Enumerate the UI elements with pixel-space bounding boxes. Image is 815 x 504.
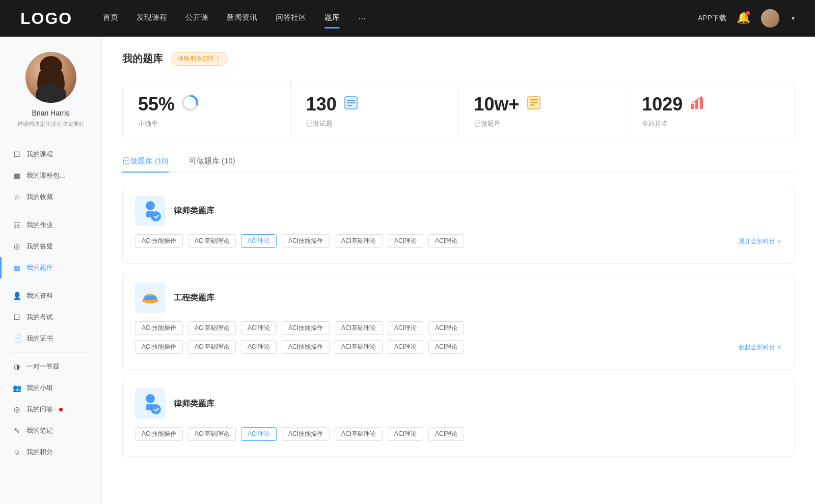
- tag-lawyer-2-2[interactable]: ACI理论: [241, 427, 277, 441]
- tag-eng-r1-4[interactable]: ACI基础理论: [335, 321, 383, 335]
- stat-accuracy-icon: [181, 94, 199, 115]
- tag-eng-r1-1[interactable]: ACI基础理论: [188, 321, 236, 335]
- tag-lawyer-2-4[interactable]: ACI基础理论: [335, 427, 383, 441]
- tag-lawyer-2-5[interactable]: ACI理论: [388, 427, 423, 441]
- bank-icon: [526, 95, 542, 111]
- sidebar-item-qbank[interactable]: ▦ 我的题库: [0, 257, 101, 278]
- nav-links: 首页 发现课程 公开课 新闻资讯 问答社区 题库 ···: [103, 13, 698, 24]
- tag-eng-r1-5[interactable]: ACI理论: [388, 321, 423, 335]
- lawyer-icon: [138, 199, 162, 223]
- svg-rect-23: [142, 300, 158, 302]
- qbank-engineer-icon-wrap: [135, 283, 166, 313]
- sidebar-item-group[interactable]: 👥 我的小组: [0, 377, 101, 399]
- lawyer-2-icon: [138, 391, 162, 416]
- sidebar-label-1on1: 一对一答疑: [26, 362, 60, 371]
- sidebar-item-1on1[interactable]: ◑ 一对一答疑: [0, 356, 101, 377]
- tag-eng-r1-0[interactable]: ACI技能操作: [135, 321, 183, 335]
- nav-discover[interactable]: 发现课程: [137, 13, 167, 24]
- sidebar-item-my-qa[interactable]: ◎ 我的问答: [0, 399, 101, 420]
- stat-done-banks-value: 10w+: [474, 94, 520, 115]
- tag-eng-r2-6[interactable]: ACI理论: [428, 340, 464, 354]
- avatar-inner: [25, 52, 76, 103]
- nav-news[interactable]: 新闻资讯: [227, 13, 257, 24]
- app-download-link[interactable]: APP下载: [698, 14, 726, 23]
- sidebar-username: Brian Harris: [10, 109, 91, 117]
- stat-accuracy-label: 正确率: [138, 119, 275, 128]
- svg-point-27: [151, 404, 161, 414]
- sidebar-profile: Brian Harris 错误的决定比没有决定要好: [0, 52, 101, 138]
- stat-rank-top: 1029: [642, 94, 779, 115]
- tag-lawyer-1-5[interactable]: ACI理论: [388, 234, 423, 248]
- tag-lawyer-1-0[interactable]: ACI技能操作: [135, 234, 183, 248]
- tag-lawyer-2-0[interactable]: ACI技能操作: [135, 427, 183, 441]
- top-navigation: LOGO 首页 发现课程 公开课 新闻资讯 问答社区 题库 ··· APP下载 …: [0, 0, 815, 37]
- tab-done-banks[interactable]: 已做题库 (10): [122, 156, 169, 172]
- notification-bell[interactable]: 🔔: [737, 11, 751, 25]
- nav-home[interactable]: 首页: [103, 13, 118, 24]
- tag-eng-r2-1[interactable]: ACI基础理论: [188, 340, 236, 354]
- stat-done-questions-icon: [343, 95, 359, 114]
- svg-point-21: [151, 211, 161, 221]
- tag-lawyer-1-3[interactable]: ACI技能操作: [282, 234, 330, 248]
- my-qa-icon: ◎: [12, 405, 21, 413]
- tag-lawyer-2-6[interactable]: ACI理论: [428, 427, 464, 441]
- sidebar-item-favorites[interactable]: ☆ 我的收藏: [0, 186, 101, 208]
- sidebar-item-profile[interactable]: 👤 我的资料: [0, 285, 101, 306]
- tag-lawyer-1-1[interactable]: ACI基础理论: [188, 234, 236, 248]
- tag-eng-r2-4[interactable]: ACI基础理论: [335, 340, 383, 354]
- stat-done-banks-top: 10w+: [474, 94, 611, 115]
- sidebar-item-points[interactable]: ☺ 我的积分: [0, 441, 101, 463]
- stat-done-questions-label: 已做试题: [306, 119, 443, 128]
- tag-lawyer-1-4[interactable]: ACI基础理论: [335, 234, 383, 248]
- sidebar-item-homework[interactable]: ☷ 我的作业: [0, 214, 101, 236]
- svg-point-25: [146, 394, 155, 403]
- profile-icon: 👤: [12, 292, 21, 300]
- favorites-icon: ☆: [12, 193, 21, 201]
- sidebar-item-notes[interactable]: ✎ 我的笔记: [0, 420, 101, 441]
- stat-done-banks-label: 已做题库: [474, 119, 611, 128]
- tag-eng-r1-6[interactable]: ACI理论: [428, 321, 464, 335]
- user-avatar[interactable]: [761, 9, 779, 27]
- divider-2: [10, 282, 91, 282]
- stat-rank: 1029 全站排名: [627, 81, 794, 141]
- nav-more[interactable]: ···: [358, 13, 366, 24]
- tag-lawyer-1-6[interactable]: ACI理论: [428, 234, 464, 248]
- svg-rect-17: [700, 98, 703, 109]
- nav-qa[interactable]: 问答社区: [276, 13, 306, 24]
- tag-eng-r2-5[interactable]: ACI理论: [388, 340, 423, 354]
- expand-link-lawyer-1[interactable]: 展开全部科目 ∨: [739, 238, 782, 245]
- tag-lawyer-2-1[interactable]: ACI基础理论: [188, 427, 236, 441]
- sidebar-item-course[interactable]: ☐ 我的课程: [0, 144, 101, 165]
- tag-eng-r1-2[interactable]: ACI理论: [241, 321, 277, 335]
- tag-eng-r2-2[interactable]: ACI理论: [241, 340, 277, 354]
- engineer-icon: [138, 286, 162, 310]
- sidebar-item-qa-mine[interactable]: ◎ 我的答疑: [0, 236, 101, 257]
- tags-row-engineer-2: ACI技能操作 ACI基础理论 ACI理论 ACI技能操作 ACI基础理论 AC…: [135, 340, 782, 354]
- nav-qbank[interactable]: 题库: [324, 13, 340, 24]
- tag-eng-r2-0[interactable]: ACI技能操作: [135, 340, 183, 354]
- donut-chart-icon: [181, 94, 199, 112]
- tag-lawyer-1-2[interactable]: ACI理论: [241, 234, 277, 248]
- tag-eng-r2-3[interactable]: ACI技能操作: [282, 340, 330, 354]
- collapse-link-engineer[interactable]: 收起全部科目 ∧: [739, 344, 782, 351]
- tags-row-lawyer-2: ACI技能操作 ACI基础理论 ACI理论 ACI技能操作 ACI基础理论 AC…: [135, 427, 782, 441]
- avatar-dropdown-arrow[interactable]: ▾: [792, 15, 795, 22]
- tabs-row: 已做题库 (10) 可做题库 (10): [122, 156, 795, 173]
- logo[interactable]: LOGO: [20, 9, 72, 28]
- qbank-title-engineer: 工程类题库: [174, 293, 214, 303]
- points-icon: ☺: [12, 448, 21, 456]
- sidebar-item-course-package[interactable]: ▦ 我的课程包...: [0, 165, 101, 186]
- stat-done-banks-icon: [526, 95, 542, 114]
- qbank-header-engineer: 工程类题库: [135, 283, 782, 313]
- svg-point-19: [146, 201, 155, 210]
- svg-rect-7: [347, 100, 355, 101]
- nav-opencourse[interactable]: 公开课: [185, 13, 208, 24]
- tag-lawyer-2-3[interactable]: ACI技能操作: [282, 427, 330, 441]
- svg-rect-16: [695, 100, 698, 109]
- qbank-card-lawyer-1: 律师类题库 ACI技能操作 ACI基础理论 ACI理论 ACI技能操作 ACI基…: [122, 185, 795, 264]
- tab-available-banks[interactable]: 可做题库 (10): [189, 156, 235, 172]
- cert-icon: 📄: [12, 334, 21, 343]
- tag-eng-r1-3[interactable]: ACI技能操作: [282, 321, 330, 335]
- sidebar-item-exam[interactable]: ☐ 我的考试: [0, 306, 101, 328]
- sidebar-item-cert[interactable]: 📄 我的证书: [0, 328, 101, 349]
